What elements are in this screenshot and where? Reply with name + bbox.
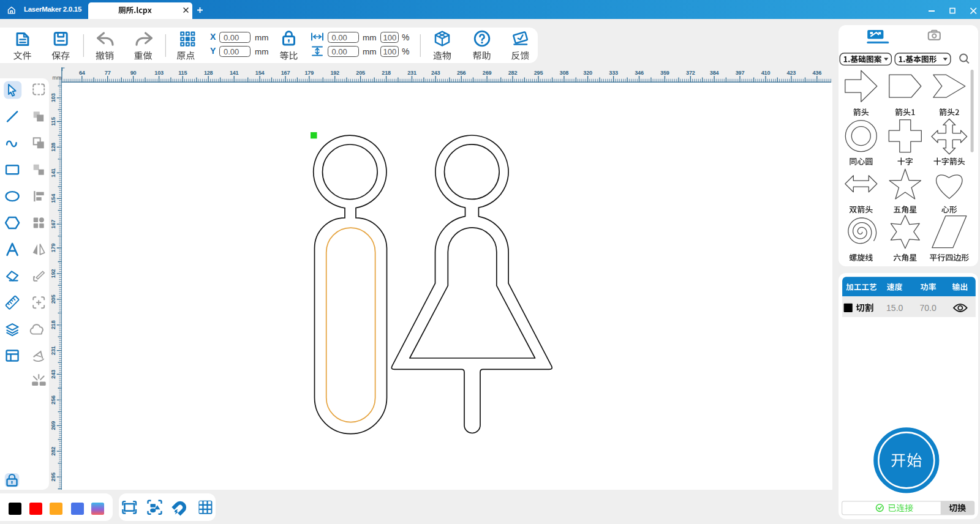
svg-text:167: 167: [50, 220, 56, 229]
svg-text:231: 231: [407, 70, 417, 76]
svg-text:359: 359: [660, 70, 669, 76]
svg-text:320: 320: [583, 70, 592, 76]
svg-text:218: 218: [50, 320, 56, 329]
svg-text:64: 64: [79, 70, 86, 76]
svg-text:141: 141: [230, 70, 239, 76]
svg-text:243: 243: [431, 70, 440, 76]
svg-text:128: 128: [204, 70, 213, 76]
svg-text:256: 256: [50, 395, 56, 405]
svg-text:154: 154: [50, 193, 56, 203]
svg-text:231: 231: [50, 346, 56, 355]
svg-text:333: 333: [609, 70, 618, 76]
svg-text:179: 179: [305, 70, 314, 76]
svg-text:90: 90: [130, 70, 137, 76]
svg-text:167: 167: [281, 70, 290, 76]
svg-text:70.0: 70.0: [920, 303, 937, 313]
svg-text:384: 384: [710, 70, 720, 76]
svg-text:410: 410: [761, 70, 771, 76]
svg-text:346: 346: [635, 70, 644, 76]
svg-text:256: 256: [457, 70, 466, 76]
svg-text:295: 295: [534, 70, 543, 76]
svg-text:192: 192: [330, 70, 339, 76]
svg-text:282: 282: [50, 447, 56, 456]
svg-text:205: 205: [50, 294, 56, 304]
svg-text:77: 77: [105, 70, 111, 76]
svg-text:192: 192: [50, 269, 56, 278]
svg-text:103: 103: [50, 93, 56, 102]
svg-text:423: 423: [787, 70, 796, 76]
svg-text:103: 103: [154, 70, 164, 76]
svg-text:282: 282: [508, 70, 518, 76]
svg-text:mm: mm: [53, 75, 62, 81]
svg-text:372: 372: [686, 70, 695, 76]
svg-text:128: 128: [50, 143, 56, 152]
svg-text:269: 269: [483, 70, 492, 76]
svg-text:308: 308: [560, 70, 569, 76]
svg-text:269: 269: [50, 421, 56, 430]
svg-text:243: 243: [50, 370, 56, 379]
svg-text:115: 115: [50, 117, 56, 125]
svg-text:397: 397: [736, 70, 745, 76]
svg-text:15.0: 15.0: [886, 303, 903, 313]
svg-text:436: 436: [813, 70, 822, 76]
svg-text:179: 179: [50, 244, 56, 253]
svg-text:154: 154: [255, 70, 265, 76]
svg-text:141: 141: [50, 168, 56, 178]
svg-text:218: 218: [382, 70, 391, 76]
svg-text:115: 115: [178, 70, 187, 76]
svg-text:295: 295: [50, 473, 56, 482]
svg-text:205: 205: [356, 70, 365, 76]
